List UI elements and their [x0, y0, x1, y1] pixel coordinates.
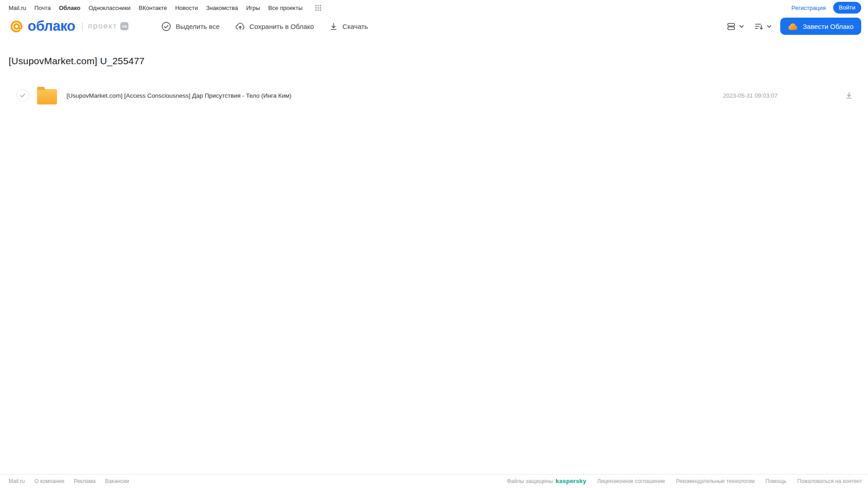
file-date: 2023-05-31 09:03:07	[723, 92, 778, 99]
logo-wordmark: облако	[28, 18, 75, 34]
save-to-cloud-label: Сохранить в Облако	[250, 23, 314, 30]
page-title: [UsupovMarket.com] U_255477	[9, 56, 868, 66]
footer-link-recommendations[interactable]: Рекомендательные технологии	[676, 478, 755, 484]
row-download-icon[interactable]	[844, 91, 854, 100]
toolbar: облако | проект VK Выделить все Сохранит…	[0, 14, 868, 39]
toolbar-right: Завести Облако	[726, 18, 861, 35]
chevron-down-icon	[766, 23, 773, 30]
folder-icon[interactable]	[37, 89, 57, 104]
top-nav-auth: Регистрация Войти	[792, 2, 861, 14]
check-icon	[19, 92, 26, 99]
mailru-at-icon	[8, 18, 25, 35]
file-name-link[interactable]: [UsupovMarket.com] [Access Consciousness…	[66, 92, 723, 99]
registration-link[interactable]: Регистрация	[792, 5, 826, 11]
cloud-logo[interactable]: облако | проект VK	[8, 18, 128, 35]
download-icon	[329, 22, 338, 31]
file-row[interactable]: [UsupovMarket.com] [Access Consciousness…	[0, 85, 868, 106]
top-nav: Mail.ru Почта Облако Одноклассники ВКонт…	[0, 0, 868, 14]
orange-cloud-icon	[788, 23, 798, 30]
download-label: Скачать	[342, 23, 368, 30]
protected-label: Файлы защищены	[507, 478, 553, 484]
save-to-cloud-button[interactable]: Сохранить в Облако	[235, 21, 314, 31]
nav-item-vse-proekty[interactable]: Все проекты	[268, 5, 303, 11]
toolbar-actions: Выделить все Сохранить в Облако Скачать	[161, 21, 368, 32]
select-all-button[interactable]: Выделить все	[161, 21, 219, 32]
kaspersky-logo[interactable]: kaspersky	[555, 478, 586, 484]
download-button[interactable]: Скачать	[329, 22, 368, 31]
footer-link-report[interactable]: Пожаловаться на контент	[797, 478, 862, 484]
logo-divider: |	[81, 21, 83, 32]
footer: Mail.ru О компании Реклама Вакансии Файл…	[0, 474, 868, 488]
footer-link-license[interactable]: Лицензионное соглашение	[597, 478, 665, 484]
get-cloud-label: Завести Облако	[803, 23, 854, 30]
view-rows-icon	[726, 22, 736, 31]
nav-item-novosti[interactable]: Новости	[175, 5, 198, 11]
view-mode-control[interactable]	[726, 22, 745, 31]
nav-item-znakomstva[interactable]: Знакомства	[206, 5, 238, 11]
nav-item-oblako[interactable]: Облако	[59, 5, 81, 11]
chevron-down-icon	[738, 23, 745, 30]
footer-right-links: Файлы защищены kaspersky Лицензионное со…	[507, 478, 862, 484]
footer-link-mailru[interactable]: Mail.ru	[9, 478, 25, 484]
kaspersky-protection: Файлы защищены kaspersky	[507, 478, 586, 484]
nav-item-pochta[interactable]: Почта	[34, 5, 51, 11]
nav-item-vkontakte[interactable]: ВКонтакте	[139, 5, 167, 11]
footer-link-jobs[interactable]: Вакансии	[105, 478, 129, 484]
get-cloud-button[interactable]: Завести Облако	[780, 18, 861, 35]
nav-item-igry[interactable]: Игры	[246, 5, 260, 11]
check-circle-icon	[161, 21, 171, 32]
nav-item-odnoklassniki[interactable]: Одноклассники	[89, 5, 131, 11]
nav-item-mailru[interactable]: Mail.ru	[9, 5, 26, 11]
apps-grid-icon[interactable]	[315, 5, 322, 11]
row-checkbox[interactable]	[16, 89, 29, 102]
top-nav-links: Mail.ru Почта Облако Одноклассники ВКонт…	[9, 5, 322, 11]
sort-icon	[754, 22, 764, 31]
sort-control[interactable]	[754, 22, 773, 31]
project-label: проект	[88, 22, 118, 31]
main-content: [UsupovMarket.com] U_255477 [UsupovMarke…	[0, 39, 868, 474]
footer-link-company[interactable]: О компании	[34, 478, 64, 484]
footer-link-help[interactable]: Помощь	[765, 478, 786, 484]
footer-left-links: Mail.ru О компании Реклама Вакансии	[9, 478, 129, 484]
select-all-label: Выделить все	[175, 23, 219, 30]
login-button[interactable]: Войти	[833, 2, 861, 14]
cloud-upload-icon	[235, 21, 246, 31]
footer-link-ads[interactable]: Реклама	[74, 478, 95, 484]
vk-badge-icon: VK	[120, 22, 128, 30]
